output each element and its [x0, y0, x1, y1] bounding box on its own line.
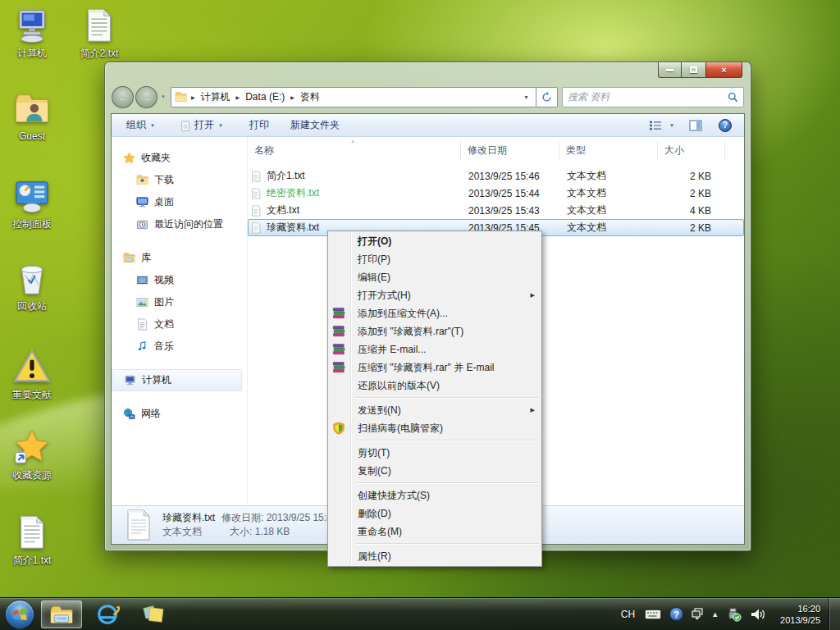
help-button[interactable]: ? — [714, 116, 736, 135]
desktop-icon-intro2-txt[interactable]: 简介2.txt — [64, 7, 135, 61]
refresh-button[interactable] — [536, 87, 558, 107]
start-button[interactable] — [5, 600, 34, 629]
column-header-name[interactable]: ▲名称 — [248, 140, 461, 160]
system-tray: CH ? ▲ 16:20 2013/9/25 — [615, 598, 840, 630]
view-options-button[interactable] — [645, 117, 678, 134]
open-label: 打开 — [194, 118, 214, 132]
volume-icon[interactable] — [750, 607, 766, 622]
forward-button[interactable]: → — [135, 86, 158, 108]
menu-item-create-shortcut[interactable]: 创建快捷方式(S) — [328, 486, 541, 504]
recent-pages-dropdown[interactable]: ▼ — [161, 94, 166, 99]
sidebar-item-computer[interactable]: 计算机 — [112, 369, 242, 391]
menu-item-send-to[interactable]: 发送到(N)▶ — [328, 401, 541, 419]
sidebar-item-desktop[interactable]: 桌面 — [112, 191, 247, 213]
language-indicator[interactable]: CH — [621, 609, 635, 620]
desktop-icon-computer[interactable]: 计算机 — [0, 7, 67, 61]
menu-item-rename[interactable]: 重命名(M) — [328, 523, 541, 541]
breadcrumb-arrow: ▶ — [189, 94, 198, 100]
menu-label: 打开方式(H) — [358, 289, 411, 303]
keyboard-icon[interactable] — [645, 609, 661, 620]
details-text: 珍藏资料.txt修改日期: 2013/9/25 15:45 文本文档大小: 1.… — [162, 511, 337, 539]
window-switch-icon[interactable] — [692, 608, 703, 621]
breadcrumb-folder[interactable]: 资料 — [297, 89, 323, 106]
file-date: 2013/9/25 15:46 — [462, 171, 560, 182]
search-input[interactable]: 搜索 资料 — [562, 87, 744, 107]
close-button[interactable]: × — [705, 62, 742, 78]
winrar-icon — [332, 361, 345, 374]
menu-item-compress-email[interactable]: 压缩并 E-mail... — [328, 340, 541, 358]
menu-item-copy[interactable]: 复制(C) — [328, 462, 541, 480]
menu-item-print[interactable]: 打印(P) — [328, 250, 541, 268]
sidebar-item-pictures[interactable]: 图片 — [112, 291, 247, 313]
column-header-type[interactable]: 类型 — [559, 140, 658, 160]
maximize-button[interactable] — [682, 62, 705, 78]
sidebar-item-network[interactable]: 网络 — [112, 403, 247, 425]
warning-icon — [0, 348, 67, 386]
column-header-date[interactable]: 修改日期 — [461, 140, 559, 160]
print-label: 打印 — [249, 118, 269, 132]
menu-item-open-with[interactable]: 打开方式(H)▶ — [328, 286, 541, 304]
back-button[interactable]: ← — [112, 86, 134, 108]
sidebar-item-videos[interactable]: 视频 — [112, 269, 247, 291]
menu-item-scan-virus[interactable]: 扫描病毒(电脑管家) — [328, 419, 541, 437]
file-row-intro1[interactable]: 简介1.txt 2013/9/25 15:46 文本文档 2 KB — [248, 167, 744, 185]
sidebar-item-downloads[interactable]: 下载 — [112, 169, 247, 191]
desktop-icon-label: Guest — [0, 130, 67, 142]
user-folder-icon — [0, 90, 67, 128]
menu-item-edit[interactable]: 编辑(E) — [328, 268, 541, 286]
file-size: 2 KB — [659, 171, 726, 182]
desktop-icon-important-docs[interactable]: 重要文献 — [0, 348, 67, 402]
menu-item-cut[interactable]: 剪切(T) — [328, 444, 541, 462]
breadcrumb-drive-e[interactable]: Data (E:) — [242, 89, 288, 104]
show-desktop-button[interactable] — [829, 598, 840, 630]
address-bar[interactable]: ▶ 计算机 ▶ Data (E:) ▶ 资料 ▼ — [171, 87, 536, 107]
minimize-button[interactable] — [658, 62, 682, 78]
usb-device-icon[interactable] — [727, 607, 742, 622]
menu-item-compress-to-rar-email[interactable]: 压缩到 "珍藏资料.rar" 并 E-mail — [328, 358, 541, 377]
preview-pane-button[interactable] — [685, 117, 710, 134]
desktop-icon-control-panel[interactable]: 控制面板 — [0, 177, 67, 231]
music-note-icon — [136, 340, 154, 353]
taskbar-clock[interactable]: 16:20 2013/9/25 — [780, 603, 820, 626]
taskbar-explorer-button[interactable] — [41, 600, 82, 628]
column-header-size[interactable]: 大小 — [658, 140, 725, 160]
show-hidden-icons-button[interactable]: ▲ — [711, 610, 719, 619]
open-button[interactable]: 打开 — [173, 115, 230, 135]
column-label: 名称 — [254, 144, 274, 156]
file-row-secret[interactable]: 绝密资料.txt 2013/9/25 15:44 文本文档 2 KB — [248, 185, 744, 202]
taskbar-internet-explorer-button[interactable] — [87, 600, 128, 628]
address-dropdown-icon[interactable]: ▼ — [520, 94, 532, 100]
taskbar-sticky-notes-button[interactable] — [133, 600, 174, 628]
sidebar-label: 计算机 — [142, 373, 171, 387]
menu-item-restore-previous[interactable]: 还原以前的版本(V) — [328, 377, 541, 395]
menu-item-properties[interactable]: 属性(R) — [328, 547, 541, 565]
menu-separator — [328, 437, 541, 444]
details-file-type: 文本文档 — [162, 526, 202, 537]
menu-item-add-to-archive[interactable]: 添加到压缩文件(A)... — [328, 304, 541, 322]
help-tray-icon[interactable]: ? — [669, 607, 683, 621]
file-rows: 简介1.txt 2013/9/25 15:46 文本文档 2 KB 绝密资料.t… — [248, 167, 744, 236]
tray-time: 16:20 — [780, 603, 820, 614]
sidebar-item-documents[interactable]: 文档 — [112, 313, 247, 336]
new-folder-button[interactable]: 新建文件夹 — [284, 115, 346, 135]
desktop-icon-guest[interactable]: Guest — [0, 90, 67, 142]
sidebar-item-music[interactable]: 音乐 — [112, 336, 247, 358]
folder-icon — [175, 91, 187, 103]
desktop-icon-intro1-txt[interactable]: 简介1.txt — [0, 514, 67, 568]
sidebar-label: 视频 — [154, 273, 174, 287]
organize-button[interactable]: 组织 — [120, 115, 162, 135]
print-button[interactable]: 打印 — [243, 115, 276, 135]
menu-item-add-to-rar[interactable]: 添加到 "珍藏资料.rar"(T) — [328, 322, 541, 340]
desktop-icon-recycle-bin[interactable]: 回收站 — [0, 259, 67, 313]
file-row-document[interactable]: 文档.txt 2013/9/25 15:43 文本文档 4 KB — [248, 202, 744, 219]
menu-separator — [328, 480, 541, 486]
desktop-icon-favorite-resources[interactable]: 收藏资源 — [0, 428, 67, 482]
sidebar-gap — [112, 391, 247, 403]
sidebar-item-favorites[interactable]: 收藏夹 — [112, 147, 247, 169]
sidebar-item-libraries[interactable]: 库 — [112, 247, 247, 269]
menu-item-open[interactable]: 打开(O) — [328, 232, 541, 250]
menu-item-delete[interactable]: 删除(D) — [328, 504, 541, 523]
breadcrumb-computer[interactable]: 计算机 — [198, 89, 234, 106]
sidebar-item-recent-places[interactable]: 最近访问的位置 — [112, 213, 247, 235]
file-date: 2013/9/25 15:43 — [462, 205, 560, 217]
